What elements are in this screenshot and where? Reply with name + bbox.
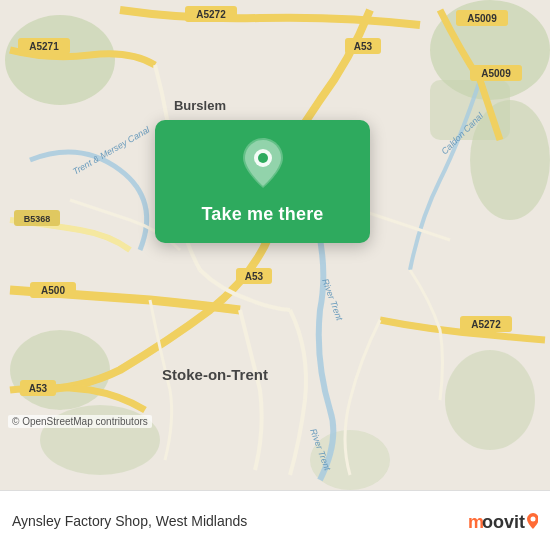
svg-point-37 xyxy=(258,153,268,163)
svg-text:A500: A500 xyxy=(41,285,65,296)
svg-point-7 xyxy=(445,350,535,450)
svg-text:oovit: oovit xyxy=(482,512,525,532)
map-container: A5272 A5009 A5009 A5271 A53 A500 A53 A52… xyxy=(0,0,550,490)
svg-text:A53: A53 xyxy=(245,271,264,282)
take-me-there-button[interactable]: Take me there xyxy=(197,202,327,227)
location-name: Aynsley Factory Shop, West Midlands xyxy=(12,513,468,529)
location-pin-icon xyxy=(242,138,284,192)
moovit-logo: m oovit xyxy=(468,507,538,535)
svg-text:A53: A53 xyxy=(29,383,48,394)
svg-text:A5271: A5271 xyxy=(29,41,59,52)
svg-text:A5009: A5009 xyxy=(481,68,511,79)
svg-point-40 xyxy=(531,516,536,521)
copyright-text: © OpenStreetMap contributors xyxy=(8,415,152,428)
svg-text:Burslem: Burslem xyxy=(174,98,226,113)
bottom-bar: Aynsley Factory Shop, West Midlands m oo… xyxy=(0,490,550,550)
svg-point-5 xyxy=(10,330,110,410)
svg-text:A5009: A5009 xyxy=(467,13,497,24)
action-card: Take me there xyxy=(155,120,370,243)
svg-text:Stoke-on-Trent: Stoke-on-Trent xyxy=(162,366,268,383)
svg-text:A5272: A5272 xyxy=(196,9,226,20)
svg-text:A5272: A5272 xyxy=(471,319,501,330)
svg-text:A53: A53 xyxy=(354,41,373,52)
svg-text:B5368: B5368 xyxy=(24,214,51,224)
